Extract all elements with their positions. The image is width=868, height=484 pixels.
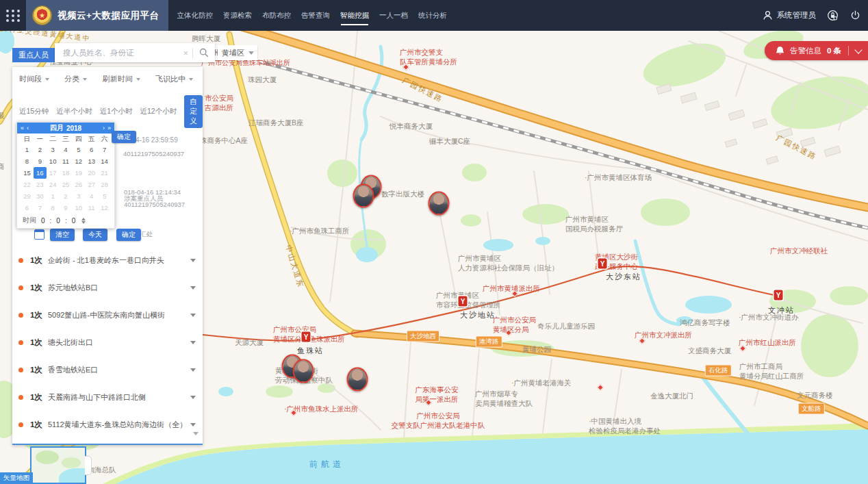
day-cell[interactable]: 9 (60, 202, 73, 214)
nav-item-统计分析[interactable]: 统计分析 (418, 11, 447, 21)
list-item[interactable]: 1次苏元地铁站B口 (12, 274, 203, 301)
nav-item-一人一档[interactable]: 一人一档 (379, 11, 408, 21)
day-cell[interactable]: 4 (85, 190, 98, 202)
user-menu[interactable]: 系统管理员 (762, 10, 817, 21)
day-cell[interactable]: 17 (47, 167, 60, 179)
chevron-down-icon[interactable] (190, 341, 196, 344)
chevron-down-icon[interactable] (854, 46, 862, 53)
year-label[interactable]: 2018 (66, 125, 81, 132)
apps-grid-icon[interactable] (0, 0, 26, 31)
day-cell[interactable]: 3 (72, 190, 85, 202)
day-cell[interactable]: 13 (85, 155, 98, 167)
search-input[interactable] (55, 49, 179, 57)
quick-range-近12个小时[interactable]: 近12个小时 (140, 107, 177, 116)
day-cell[interactable]: 5 (72, 144, 85, 155)
filter-时间段[interactable]: 时间段 (19, 74, 49, 84)
chevron-down-icon[interactable] (190, 396, 196, 399)
clear-icon[interactable]: × (179, 48, 192, 58)
person-capture-marker[interactable] (293, 359, 314, 383)
custom-range-button[interactable]: 自定义 (184, 95, 203, 128)
next-month-button[interactable]: › (103, 125, 105, 131)
chevron-down-icon[interactable] (190, 368, 196, 372)
second-value[interactable]: 0 (72, 217, 76, 225)
chevron-down-icon[interactable] (190, 314, 196, 317)
scroll-down-icon[interactable] (193, 432, 199, 435)
minute-value[interactable]: 0 (56, 217, 60, 225)
day-cell[interactable]: 2 (60, 190, 73, 202)
day-cell[interactable]: 21 (98, 167, 111, 179)
minimap[interactable] (30, 446, 86, 484)
nav-item-资源检索[interactable]: 资源检索 (223, 11, 252, 21)
prev-year-button[interactable]: « (21, 125, 24, 131)
list-item[interactable]: 1次5092蟹山路-中医院东南向蟹山横街 (12, 301, 203, 329)
day-cell[interactable]: 6 (21, 202, 34, 214)
chevron-down-icon[interactable] (190, 259, 196, 262)
filter-飞识比中[interactable]: 飞识比中 (155, 74, 193, 84)
hour-value[interactable]: 0 (41, 217, 45, 225)
day-cell[interactable]: 7 (34, 202, 47, 214)
day-cell[interactable]: 30 (34, 190, 47, 202)
today-button[interactable]: 今天 (83, 229, 107, 241)
day-cell[interactable]: 1 (47, 190, 60, 202)
day-cell[interactable]: 11 (85, 202, 98, 214)
tab-key-persons[interactable]: 重点人员 (12, 48, 55, 62)
day-cell[interactable]: 18 (60, 167, 73, 179)
day-cell[interactable]: 16 (34, 167, 47, 179)
clear-button[interactable]: 清空 (50, 229, 75, 241)
day-cell[interactable]: 12 (72, 155, 85, 167)
day-cell[interactable]: 23 (34, 179, 47, 190)
day-cell[interactable]: 4 (60, 144, 73, 155)
day-cell[interactable]: 29 (21, 190, 34, 202)
month-label[interactable]: 四月 (50, 123, 64, 133)
day-cell[interactable]: 6 (85, 144, 98, 155)
day-cell[interactable]: 8 (47, 202, 60, 214)
day-cell[interactable]: 8 (21, 155, 34, 167)
nav-item-智能挖掘[interactable]: 智能挖掘 (340, 11, 369, 21)
day-cell[interactable]: 28 (98, 179, 111, 190)
calendar-icon[interactable] (34, 229, 44, 240)
person-capture-marker[interactable] (347, 368, 368, 392)
day-cell[interactable]: 24 (47, 179, 60, 190)
day-cell[interactable]: 9 (34, 155, 47, 167)
person-capture-marker[interactable] (353, 184, 374, 208)
district-select[interactable]: 黄埔区 (218, 45, 257, 60)
quick-range-近1个小时[interactable]: 近1个小时 (100, 107, 133, 116)
day-cell[interactable]: 3 (47, 144, 60, 155)
day-cell[interactable]: 20 (85, 167, 98, 179)
day-cell[interactable]: 12 (98, 202, 111, 214)
day-cell[interactable]: 27 (85, 179, 98, 190)
prev-month-button[interactable]: ‹ (27, 125, 29, 131)
day-cell[interactable]: 25 (60, 179, 73, 190)
nav-item-告警查询[interactable]: 告警查询 (301, 11, 330, 21)
power-icon[interactable] (850, 10, 861, 21)
list-item[interactable]: 1次塘头北街出口 (12, 329, 203, 356)
minimap-collapse-handle[interactable] (85, 456, 92, 475)
nav-item-布防布控[interactable]: 布防布控 (262, 11, 291, 21)
list-item[interactable]: 1次香雪地铁站E口 (12, 356, 203, 383)
day-cell[interactable]: 1 (21, 144, 34, 155)
day-cell[interactable]: 10 (47, 155, 60, 167)
time-stepper[interactable] (81, 218, 86, 224)
vector-map-badge[interactable]: 矢量地图 (0, 472, 33, 484)
person-capture-marker[interactable] (429, 192, 450, 216)
list-item[interactable]: 1次5112黄埔大道东-鱼珠总站向海边街（全） (12, 411, 203, 438)
calendar-confirm-button[interactable]: 确定 (112, 131, 136, 143)
alert-pill[interactable]: 告警信息 0 条 (765, 41, 868, 60)
next-year-button[interactable]: » (107, 125, 111, 131)
filter-分类[interactable]: 分类 (64, 74, 87, 84)
day-cell[interactable]: 22 (21, 179, 34, 190)
day-cell[interactable]: 15 (21, 167, 34, 179)
day-cell[interactable]: 11 (60, 155, 73, 167)
day-cell[interactable]: 19 (72, 167, 85, 179)
day-cell[interactable]: 14 (98, 155, 111, 167)
confirm-button[interactable]: 确定 (116, 229, 141, 241)
filter-刷新时间[interactable]: 刷新时间 (103, 74, 140, 84)
security-lock-icon[interactable] (827, 10, 839, 21)
search-icon[interactable] (193, 48, 215, 58)
day-cell[interactable]: 2 (34, 144, 47, 155)
day-cell[interactable]: 26 (72, 179, 85, 190)
day-cell[interactable]: 10 (72, 202, 85, 214)
quick-range-近15分钟[interactable]: 近15分钟 (19, 107, 49, 116)
list-item[interactable]: 1次企岭街 - 北1巷麦岭东一巷口向井头 (12, 246, 203, 274)
nav-item-立体化防控[interactable]: 立体化防控 (177, 11, 213, 21)
